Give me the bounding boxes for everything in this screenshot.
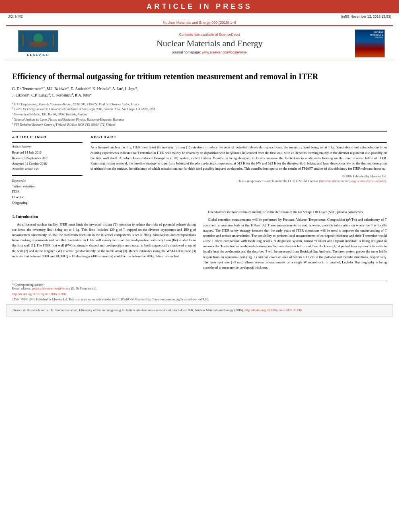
elsevier-logo-image: [18, 30, 58, 52]
keyword-iter: ITER: [12, 189, 82, 195]
elsevier-logo: ELSEVIER: [12, 30, 64, 57]
doi-line: http://dx.doi.org/10.1016/j.nme.2016.10.…: [12, 292, 387, 296]
date-label: [m5G;November 12, 2016;13:53]: [341, 14, 391, 18]
elsevier-logo-area: ELSEVIER: [12, 30, 64, 57]
footnote-area: * Corresponding author. E-mail address: …: [12, 281, 387, 290]
svg-rect-4: [53, 34, 54, 46]
received-date: Received 14 July 2016: [12, 151, 41, 154]
abstract-column: ABSTRACT As a licensed nuclear facility,…: [90, 135, 387, 205]
intro-para-2: Uncertainties in those estimates mainly …: [203, 210, 387, 215]
intro-section-title: 1. Introduction: [12, 214, 196, 220]
abstract-header: ABSTRACT: [90, 135, 387, 139]
keywords-section: Keywords: Tritium retention ITER Diverto…: [12, 179, 82, 205]
revised-date: Revised 19 September 2016: [12, 156, 48, 160]
email-note: E-mail address: gregory.detemmerman@iter…: [12, 287, 387, 290]
article-info-column: ARTICLE INFO Article history: Received 1…: [12, 135, 82, 205]
authors: G. De Temmermana,*, M.J. Baldwinb, D. An…: [12, 86, 387, 99]
keyword-tritium: Tritium retention: [12, 184, 82, 189]
copyright-note: © 2016 Published by Elsevier Ltd.: [90, 175, 387, 178]
accepted-date: Accepted 14 October 2016: [12, 162, 47, 166]
keywords-label: Keywords:: [12, 179, 82, 183]
abstract-text: As a licensed nuclear facility, ITER mus…: [90, 145, 387, 171]
copyright-footer: 2352-1791/© 2016 Published by Elsevier L…: [12, 298, 387, 301]
article-title: Efficiency of thermal outgassing for tri…: [12, 71, 387, 82]
journal-cover-image: NUCLEARMATERIALS &ENERGY: [355, 29, 385, 58]
keyword-divertor: Divertor: [12, 195, 82, 200]
journal-header-center: Contents lists available at ScienceDirec…: [64, 33, 355, 54]
contents-link: Contents lists available at ScienceDirec…: [72, 33, 347, 37]
journal-main-title: Nuclear Materials and Energy: [72, 38, 347, 49]
top-meta: JID: NME [m5G;November 12, 2016;13:53]: [0, 13, 399, 20]
sciencedirect-link[interactable]: ScienceDirect: [219, 33, 240, 37]
open-access-note: This is an open access article under the…: [90, 179, 387, 183]
journal-title-bar: Nuclear Materials and Energy 000 (2016) …: [0, 20, 399, 25]
citation-text: Please cite this article as: G. De Temme…: [12, 308, 244, 312]
article-dates: Received 14 July 2016 Revised 19 Septemb…: [12, 150, 82, 172]
intro-para-1: As a licensed nuclear facility, ITER mus…: [12, 222, 196, 259]
article-content: Efficiency of thermal outgassing for tri…: [0, 61, 399, 277]
body-col-right: Uncertainties in those estimates mainly …: [203, 210, 387, 273]
keyword-outgassing: Outgassing: [12, 200, 82, 206]
doi-link[interactable]: http://dx.doi.org/10.1016/j.nme.2016.10.…: [12, 292, 66, 296]
info-abstract-section: ARTICLE INFO Article history: Received 1…: [12, 131, 387, 205]
journal-issue-link[interactable]: Nuclear Materials and Energy 000 (2016) …: [163, 21, 236, 25]
body-col-left: 1. Introduction As a licensed nuclear fa…: [12, 210, 196, 273]
intro-para-3: Global retention measurements will be pe…: [203, 217, 387, 270]
svg-rect-3: [23, 34, 24, 46]
available-online: Available online xxx: [12, 167, 39, 171]
affiliations: a ITER Organization, Route de Vinon-sur-…: [12, 101, 387, 127]
article-info-header: ARTICLE INFO: [12, 135, 82, 139]
corresponding-note: * Corresponding author.: [12, 283, 387, 287]
elsevier-wordmark: ELSEVIER: [27, 53, 49, 57]
article-in-press-banner: ARTICLE IN PRESS: [0, 0, 399, 13]
license-link[interactable]: (http://creativecommons.org/licenses/by-…: [319, 179, 387, 183]
email-link[interactable]: gregory.detemmerman@iter.org: [32, 287, 70, 290]
svg-point-2: [29, 41, 48, 47]
homepage-link[interactable]: www.elsevier.com/locate/nme: [202, 50, 247, 54]
jid-label: JID: NME: [8, 14, 23, 18]
journal-cover-area: NUCLEARMATERIALS &ENERGY: [355, 29, 387, 58]
journal-homepage: journal homepage: www.elsevier.com/locat…: [72, 50, 347, 54]
citation-doi-link[interactable]: http://dx.doi.org/10.1016/j.nme.2016.10.…: [245, 308, 302, 312]
body-columns: 1. Introduction As a licensed nuclear fa…: [12, 210, 387, 273]
citation-box: Please cite this article as: G. De Temme…: [6, 304, 393, 316]
history-label: Article history:: [12, 145, 82, 148]
cover-text: NUCLEARMATERIALS &ENERGY: [370, 31, 383, 39]
journal-header: ELSEVIER Contents lists available at Sci…: [6, 25, 393, 61]
